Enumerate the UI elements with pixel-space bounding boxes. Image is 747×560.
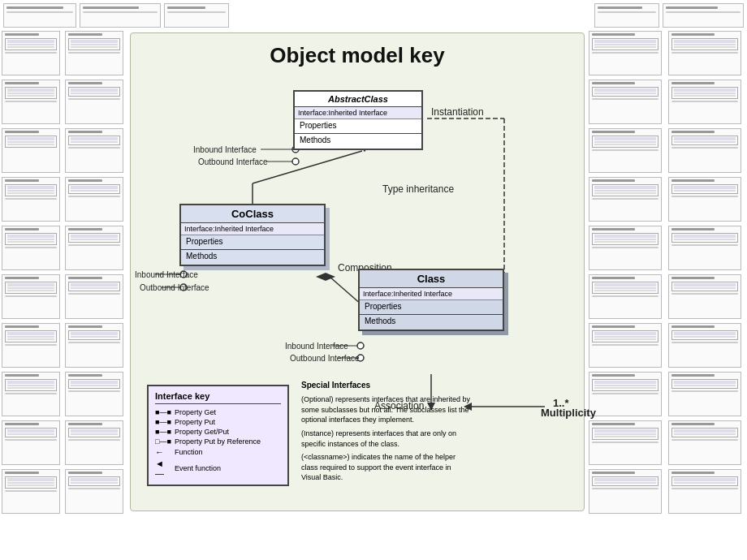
abstract-class-title: AbstractClass [295,92,421,107]
coclass-inbound-label: Inbound Interface [135,270,198,279]
class-properties: Properties [360,300,503,315]
key-item-label: Property Get/Put [175,428,229,436]
abstract-interface-row: Interface:Inherited Interface [295,107,421,119]
thumb-page [65,128,123,173]
left-thumbnails [2,31,126,542]
abstract-methods: Methods [295,134,421,149]
top-thumb [663,3,744,28]
thumb-page [2,31,60,75]
key-item-label: Property Put [175,418,215,426]
thumb-page [589,420,662,465]
key-item-property-getput: ■—■ Property Get/Put [155,428,281,436]
right-thumbnails [589,31,745,542]
thumb-page [589,469,662,514]
svg-line-4 [253,151,362,183]
event-function-icon: ◄— [155,459,171,478]
property-put-icon: ■—■ [155,418,171,426]
main-diagram: Object model key [130,32,585,511]
key-item-property-get: ■—■ Property Get [155,408,281,416]
key-item-label: Property Put by Reference [175,437,261,446]
abstract-properties: Properties [295,119,421,134]
thumb-page [65,323,123,368]
top-thumb [164,3,229,28]
thumb-page [2,226,60,270]
thumb-page [65,80,123,124]
key-item-property-putref: □—■ Property Put by Reference [155,437,281,446]
coclass-outbound-label: Outbound Interface [140,283,209,292]
top-thumb [594,3,659,28]
thumb-page [65,226,123,270]
special-interfaces-classname: (<classname>) indicates the name of the … [301,452,472,483]
thumb-page [668,274,741,319]
coclass-methods: Methods [181,250,324,265]
thumb-page [668,128,741,173]
key-item-event-function: ◄— Event function [155,459,281,478]
type-inheritance-label: Type inheritance [382,183,454,195]
thumb-page [2,177,60,222]
special-interfaces-instance: (Instance) represents interfaces that ar… [301,429,472,449]
thumb-page [2,469,60,514]
svg-point-12 [292,158,299,165]
property-putref-icon: □—■ [155,437,171,446]
instantiation-label: Instantiation [431,106,484,118]
thumb-page [668,80,741,124]
thumb-page [589,274,662,319]
thumb-page [589,80,662,124]
key-item-label: Function [175,448,203,456]
key-item-function: ← Function [155,447,281,457]
thumb-page [589,177,662,222]
thumb-page [668,372,741,416]
special-interfaces-title: Special Interfaces [301,380,472,391]
thumb-page [2,128,60,173]
key-item-label: Property Get [175,408,216,416]
thumb-page [2,372,60,416]
top-thumb [80,3,161,28]
thumb-page [589,226,662,270]
thumb-page [589,323,662,368]
diagram-title: Object model key [131,33,584,75]
thumb-page [2,420,60,465]
property-getput-icon: ■—■ [155,428,171,436]
special-interfaces-box: Special Interfaces (Optional) represents… [301,380,472,486]
thumb-page [65,274,123,319]
multiplicity-label: Multiplicity [541,407,596,419]
thumb-page [65,31,123,75]
property-get-icon: ■—■ [155,408,171,416]
thumb-page [668,31,741,75]
svg-marker-7 [316,273,335,281]
key-item-label: Event function [175,464,221,472]
interface-key-title: Interface key [155,391,281,404]
svg-line-6 [330,277,362,305]
function-icon: ← [155,447,171,457]
thumb-page [668,420,741,465]
class-interface-row: Interface:Inherited Interface [360,288,503,300]
thumb-page [65,372,123,416]
thumb-page [589,31,662,75]
thumb-page [668,323,741,368]
thumb-page [2,274,60,319]
class-inbound-label: Inbound Interface [285,342,348,351]
thumb-page [668,226,741,270]
top-thumbnails [0,0,747,31]
thumb-page [65,469,123,514]
abstract-outbound-label: Outbound Interface [198,157,268,166]
coclass-title: CoClass [181,205,324,223]
thumb-page [2,323,60,368]
key-item-property-put: ■—■ Property Put [155,418,281,426]
thumb-page [65,420,123,465]
class-box: Class Interface:Inherited Interface Prop… [358,269,504,331]
class-title: Class [360,270,503,288]
coclass-properties: Properties [181,235,324,250]
abstract-inbound-label: Inbound Interface [193,145,257,154]
interface-key-box: Interface key ■—■ Property Get ■—■ Prope… [147,385,289,486]
svg-point-18 [357,342,364,349]
thumb-page [65,177,123,222]
thumb-page [2,80,60,124]
thumb-page [589,372,662,416]
abstract-class-box: AbstractClass Interface:Inherited Interf… [293,90,423,150]
thumb-page [668,469,741,514]
class-methods: Methods [360,315,503,330]
coclass-interface-row: Interface:Inherited Interface [181,223,324,235]
thumb-page [668,177,741,222]
special-interfaces-optional: (Optional) represents interfaces that ar… [301,394,472,425]
